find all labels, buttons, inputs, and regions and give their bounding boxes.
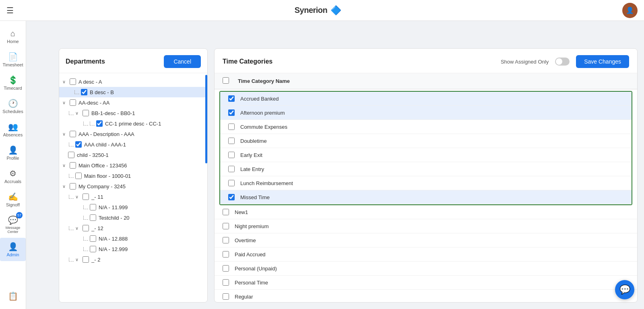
sidebar-item-admin[interactable]: 👤 Admin xyxy=(0,238,26,261)
checkbox-accrued-banked[interactable] xyxy=(228,95,235,102)
tree-item-2[interactable]: ∨ _- 2 xyxy=(59,254,207,265)
tree-item-testchild[interactable]: Testchild - 20 xyxy=(59,212,207,223)
checkbox-doubletime[interactable] xyxy=(228,138,235,144)
tc-item-label: New1 xyxy=(235,209,248,215)
checkbox-cc1[interactable] xyxy=(96,120,103,127)
tree-item-11[interactable]: ∨ _- 11 xyxy=(59,192,207,202)
tc-row-night-premium[interactable]: Night premium xyxy=(215,219,637,233)
tree-item-main-floor[interactable]: Main floor - 1000-01 xyxy=(59,171,207,181)
sidebar-item-timesheet[interactable]: 📄 Timesheet xyxy=(0,48,26,71)
checkbox-personal-time[interactable] xyxy=(223,279,229,286)
checkbox-2[interactable] xyxy=(83,256,89,263)
tree-label: _- 11 xyxy=(91,194,103,200)
tc-row-new1[interactable]: New1 xyxy=(215,205,637,219)
tree-item-b-desc-b[interactable]: B desc - B xyxy=(59,87,207,97)
checkbox-testchild[interactable] xyxy=(90,214,96,221)
tree-item-my-company[interactable]: ∨ My Company - 3245 xyxy=(59,181,207,192)
avatar[interactable]: 👤 xyxy=(622,3,638,18)
tc-row-regular[interactable]: Regular xyxy=(215,290,637,302)
tc-row-paid-accrued[interactable]: Paid Accrued xyxy=(215,247,637,262)
tc-row-doubletime[interactable]: Doubletime xyxy=(220,134,632,148)
checkbox-aaa[interactable] xyxy=(70,131,76,137)
tree-item-bb-1[interactable]: ∨ BB-1-desc - BB0-1 xyxy=(59,108,207,118)
checkbox-night-premium[interactable] xyxy=(223,223,229,229)
show-assigned-toggle[interactable] xyxy=(555,58,570,66)
tree-item-na-12-999[interactable]: N/A - 12.999 xyxy=(59,244,207,254)
tree-item-aaa-child[interactable]: AAA child - AAA-1 xyxy=(59,139,207,150)
tc-header: Time Categories Show Assigned Only Save … xyxy=(215,49,637,73)
tc-row-lunch-reimbursement[interactable]: Lunch Reimbursement xyxy=(220,176,632,190)
tree-item-child-3250[interactable]: child - 3250-1 xyxy=(59,150,207,160)
checkbox-na-12-999[interactable] xyxy=(90,246,96,252)
checkbox-main-office[interactable] xyxy=(70,162,76,169)
dashed-line xyxy=(83,122,88,126)
checkbox-personal-unpaid[interactable] xyxy=(223,265,229,272)
cancel-button[interactable]: Cancel xyxy=(164,55,201,68)
checkbox-main-floor[interactable] xyxy=(75,173,82,179)
tree-item-aaa[interactable]: ∨ AAA - Description - AAA xyxy=(59,129,207,139)
chevron-icon: ∨ xyxy=(75,111,81,116)
checkbox-lunch-reimbursement[interactable] xyxy=(228,180,235,186)
sidebar-item-absences[interactable]: 👥 Absences xyxy=(0,118,26,141)
save-changes-button[interactable]: Save Changes xyxy=(576,55,629,68)
checkbox-b-desc-b[interactable] xyxy=(81,89,87,95)
tc-row-personal-unpaid[interactable]: Personal (Unpaid) xyxy=(215,262,637,276)
checkbox-aaa-child[interactable] xyxy=(75,141,82,148)
tc-item-label: Afternoon premium xyxy=(240,110,285,116)
checkbox-late-entry[interactable] xyxy=(228,166,235,172)
tree-item-na-12-888[interactable]: N/A - 12.888 xyxy=(59,233,207,244)
tree-item-cc1[interactable]: CC-1 prime desc - CC-1 xyxy=(59,118,207,129)
tree-item-a-desc-a[interactable]: ∨ A desc - A xyxy=(59,76,207,87)
sidebar-item-timecard[interactable]: 💲 Timecard xyxy=(0,71,26,95)
sidebar-item-home[interactable]: ⌂ Home xyxy=(0,25,26,48)
checkbox-child3250[interactable] xyxy=(68,152,74,158)
tc-row-personal-time[interactable]: Personal Time xyxy=(215,276,637,290)
dept-list[interactable]: ∨ A desc - A B desc - B ∨ AA-desc - AA ∨ xyxy=(59,73,207,302)
checkbox-bb1[interactable] xyxy=(83,110,89,116)
tc-row-afternoon-premium[interactable]: Afternoon premium xyxy=(220,106,632,120)
checkbox-missed-time[interactable] xyxy=(228,194,235,200)
checkbox-commute-expenses[interactable] xyxy=(228,124,235,130)
checkbox-12[interactable] xyxy=(83,225,89,231)
checkbox-11[interactable] xyxy=(83,194,89,200)
tc-item-label: Lunch Reimbursement xyxy=(240,180,293,186)
checkbox-early-exit[interactable] xyxy=(228,152,235,158)
checkbox-paid-accrued[interactable] xyxy=(223,251,229,258)
checkbox-my-company[interactable] xyxy=(70,183,76,190)
tc-row-missed-time[interactable]: Missed Time xyxy=(220,190,632,204)
tc-row-overtime[interactable]: Overtime xyxy=(215,233,637,247)
tree-label: AAA - Description - AAA xyxy=(78,131,134,137)
checkbox-new1[interactable] xyxy=(223,209,229,215)
tc-row-commute-expenses[interactable]: Commute Expenses xyxy=(220,120,632,134)
header-cb-area xyxy=(223,77,235,85)
checkbox-na-12-888[interactable] xyxy=(90,235,96,242)
sidebar-item-accruals[interactable]: ⚙ Accruals xyxy=(0,165,26,188)
sidebar-item-schedules[interactable]: 🕐 Schedules xyxy=(0,95,26,118)
checkbox-na-11-999[interactable] xyxy=(90,204,96,210)
sidebar-item-docs[interactable]: 📋 xyxy=(6,287,20,306)
select-all-checkbox[interactable] xyxy=(223,77,229,84)
tc-list[interactable]: Accrued Banked Afternoon premium Commute… xyxy=(215,89,637,302)
checkbox-aa-desc-aa[interactable] xyxy=(70,99,76,106)
tc-item-label: Late Entry xyxy=(240,166,264,172)
tc-row-early-exit[interactable]: Early Exit xyxy=(220,148,632,162)
chat-button[interactable]: 💬 xyxy=(615,280,634,299)
tree-label: _- 12 xyxy=(91,225,103,231)
tree-label: _- 2 xyxy=(91,257,100,263)
checkbox-overtime[interactable] xyxy=(223,237,229,243)
checkbox-afternoon-premium[interactable] xyxy=(228,109,235,116)
sidebar-item-profile[interactable]: 👤 Profile xyxy=(0,141,26,165)
menu-icon[interactable]: ☰ xyxy=(6,6,14,15)
tc-row-late-entry[interactable]: Late Entry xyxy=(220,162,632,176)
chevron-icon: ∨ xyxy=(62,184,68,189)
checkbox-regular[interactable] xyxy=(223,293,229,300)
tree-item-12[interactable]: ∨ _- 12 xyxy=(59,223,207,233)
tc-row-accrued-banked[interactable]: Accrued Banked xyxy=(220,92,632,106)
checkbox-a-desc-a[interactable] xyxy=(70,78,76,85)
sidebar-item-signoff[interactable]: ✍ Signoff xyxy=(0,188,26,211)
tree-item-main-office[interactable]: ∨ Main Office - 123456 xyxy=(59,160,207,171)
tree-item-aa-desc-aa[interactable]: ∨ AA-desc - AA xyxy=(59,97,207,108)
sidebar-item-message-center[interactable]: 💬 57 Message Center xyxy=(0,211,26,238)
tree-label: child - 3250-1 xyxy=(77,152,109,158)
tree-item-na-11-999[interactable]: N/A - 11.999 xyxy=(59,202,207,212)
